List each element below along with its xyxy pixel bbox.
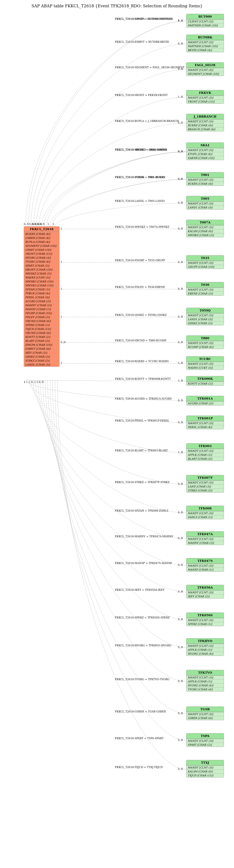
related-table-header: TCURC <box>186 356 224 362</box>
main-table-field: AUGRD [CHAR (2)] <box>24 299 59 303</box>
relation-label: FKKCL_T2618-FDLEV = T036-EBENE <box>115 286 165 288</box>
cardinality-dst: 0..N <box>178 42 183 45</box>
relation-edge <box>39 123 186 226</box>
relation-label: FKKCL_T2618-EMBVT = BUT0BK-BKVID <box>115 40 169 43</box>
related-table-header: TFK056A <box>186 585 224 590</box>
related-table: TCURCMANDT [CLNT (3)]WAERS [CUKY (5)] <box>186 356 224 370</box>
cardinality-src: 1 <box>24 381 25 383</box>
relation-label: FKKCL_T2618-SPERZ = TFK056S-SPERZ <box>115 616 170 619</box>
related-table-header: T005 <box>186 196 224 202</box>
relation-edge <box>43 380 186 592</box>
relation-label: FKKCL_T2618-GSBER = TGSB-GSBER <box>115 710 166 713</box>
related-table-header: TTXJ <box>186 760 224 766</box>
relation-edge <box>38 380 186 538</box>
related-table: TFK000KKONTT [CHAR (2)] <box>186 376 224 386</box>
cardinality-dst: 0..N <box>178 399 183 402</box>
related-table-field: WAERS [CUKY (5)] <box>186 366 224 370</box>
related-table-field: HVORG [CHAR (4)] <box>186 652 224 656</box>
related-table-field: BLART [CHAR (2)] <box>186 457 224 461</box>
related-table-header: TFK007F <box>186 475 224 480</box>
main-table-field: MAHNV [CHAR (2)] <box>24 303 59 307</box>
cardinality-src: 1 <box>61 315 62 318</box>
relation-label: FKKCL_T2618-MAHNV = TFK047A-MAHNV <box>115 535 173 538</box>
relation-label: FKKCL_T2618-QSSKZ = T059Q-QSSKZ <box>115 313 167 316</box>
relation-edge <box>28 380 186 423</box>
related-table-field: APPLK [CHAR (1)] <box>186 648 224 652</box>
related-table-field: HVORG [CHAR (4)] <box>186 683 224 687</box>
related-table-header: TGSB <box>186 707 224 712</box>
relation-edge <box>55 203 186 226</box>
related-table-header: TFK000K <box>186 376 224 381</box>
related-table-field: MANDT [CLNT (3)] <box>186 449 224 453</box>
cardinality-dst: 0..N <box>178 712 183 715</box>
main-table-field: PYBUK [CHAR (4)] <box>24 291 59 295</box>
relation-edge <box>36 97 186 226</box>
main-table-field: SPART [CHAR (2)] <box>24 264 59 268</box>
main-table-field: VKONT [CHAR (12)] <box>24 252 59 256</box>
related-table: TFK008MANDT [CLNT (3)]ZAHLS [CHAR (1)] <box>186 506 224 519</box>
related-table-field: KALSM [CHAR (6)] <box>186 229 224 233</box>
main-table-field: BUKRS [CHAR (4)] <box>24 232 59 236</box>
relation-label: FKKCL_T2618-TVORG = TFKTVO-TVORG <box>115 678 170 681</box>
related-table-field: BUKRS [CHAR (4)] <box>186 182 224 186</box>
main-table-field: KONTT [CHAR (2)] <box>24 335 59 339</box>
related-table: T007AMANDT [CLNT (3)]KALSM [CHAR (6)]MWS… <box>186 220 224 237</box>
related-table-field: MANDT [CLNT (3)] <box>186 178 224 182</box>
main-table-field: EMBVT [CHAR (4)] <box>24 347 59 351</box>
relation-label: FKKCL_T2618-STRKZ = TFK007F-STRKZ <box>115 481 170 484</box>
related-table-field: LAND1 [CHAR (3)] <box>186 317 224 321</box>
cardinality-src: 0..N <box>40 223 45 226</box>
main-table-field: MWVKO [CHAR (10)] <box>24 283 59 287</box>
cardinality-dst: 1..N <box>178 362 183 365</box>
related-table: TFK007FMANDT [CLNT (3)]LAND [CHAR (3)]ST… <box>186 475 224 493</box>
main-table-field: GPART [CHAR (10)] <box>24 248 59 252</box>
relation-label: FKKCL_T2618-HVORG = TFKHVO-HVORG <box>115 644 171 647</box>
main-table-field: MANSP [CHAR (1)] <box>24 307 59 311</box>
related-table-field: KTOPL [CHAR (4)] <box>186 152 224 156</box>
cardinality-src: 1 <box>61 261 62 264</box>
cardinality-src: 0..1 1 0..N <box>31 381 44 383</box>
cardinality-dst: 0..N <box>178 261 183 264</box>
relation-label: FKKCL_T2618-SPART = TSPA-SPART <box>115 737 164 740</box>
related-table-field: PERSL [CHAR (4)] <box>186 425 224 429</box>
main-table-field: QSSKZ [CHAR (2)] <box>24 354 59 359</box>
related-table-header: T007A <box>186 220 224 225</box>
related-table-field: KONTT [CHAR (2)] <box>186 381 224 385</box>
related-table: J_1BBRANCHMANDT [CLNT (3)]BUKRS [CHAR (4… <box>186 114 224 131</box>
related-table-field: SAKNR [CHAR (10)] <box>186 156 224 160</box>
main-table-field: SPZAH [CHAR (1)] <box>24 287 59 291</box>
relation-label: FKKCL_T2618-SEGMENT = FAGL_SEGM-SEGMENT <box>115 66 184 69</box>
related-table-header: TFKTVO <box>186 670 224 676</box>
related-table: TFK047AMANDT [CLNT (3)]MAHNV [CHAR (2)] <box>186 531 224 545</box>
related-table: T036MANDT [CLNT (3)]EBENE [CHAR (2)] <box>186 282 224 296</box>
main-table-field: EMGPA [CHAR (10)] <box>24 343 59 347</box>
relation-edge <box>34 69 186 226</box>
main-table-field: BUPLA [CHAR (4)] <box>24 240 59 244</box>
main-table-field: VBUND [CHAR (6)] <box>24 319 59 323</box>
relation-label: FKKCL_T2618-BLART = TFK003-BLART <box>115 449 168 452</box>
related-table-field: IKEY [CHAR (2)] <box>186 594 224 598</box>
relation-edge <box>52 179 186 226</box>
cardinality-dst: 0..N <box>178 483 183 486</box>
cardinality-dst: 0..N <box>178 618 183 621</box>
related-table-header: TFK047A <box>186 532 224 537</box>
related-table: TFK003MANDT [CLNT (3)]APPLK [CHAR (1)]BL… <box>186 443 224 461</box>
related-table-field: LAND [CHAR (3)] <box>186 485 224 489</box>
related-table-field: SPART [CHAR (2)] <box>186 743 224 747</box>
related-table-field: RCOMP [CHAR (6)] <box>186 345 224 349</box>
related-table-header: TFK003 <box>186 443 224 449</box>
main-table-field: MWSKZ [CHAR (2)] <box>24 272 59 276</box>
related-table-field: KALSM [CHAR (6)] <box>186 770 224 773</box>
relation-edge <box>50 179 186 226</box>
related-table-header: SKA1 <box>186 143 224 148</box>
related-table: T035MANDT [CLNT (3)]GRUPP [CHAR (10)] <box>186 255 224 269</box>
cardinality-src: 1 <box>29 381 30 383</box>
cardinality-dst: 0..N <box>178 178 183 181</box>
related-table-field: QSSKZ [CHAR (2)] <box>186 321 224 325</box>
related-table-field: MANDT [CLNT (3)] <box>186 564 224 567</box>
related-table-field: BKVID [CHAR (4)] <box>186 48 224 52</box>
main-table-field: GSBER [CHAR (4)] <box>24 236 59 240</box>
related-table-field: APPLK [CHAR (1)] <box>186 453 224 457</box>
relation-edge <box>33 380 186 484</box>
related-table-field: MANDT [CLNT (3)] <box>186 618 224 622</box>
